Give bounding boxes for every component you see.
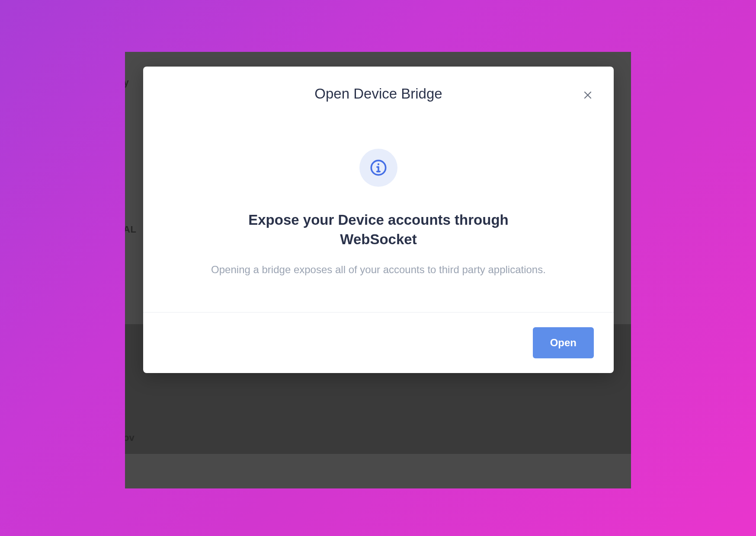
app-window: ry AL ov Open Device Bridge (125, 52, 631, 488)
modal-heading: Expose your Device accounts through WebS… (214, 211, 543, 249)
bg-text-fragment: ry (125, 77, 129, 88)
info-badge (359, 149, 397, 187)
modal-body: Expose your Device accounts through WebS… (143, 114, 614, 312)
modal-title: Open Device Bridge (314, 86, 442, 102)
close-icon (583, 90, 593, 100)
bg-text-fragment: ov (125, 432, 135, 443)
modal-footer: Open (143, 312, 614, 373)
bg-text-fragment: AL (125, 224, 136, 235)
modal-header: Open Device Bridge (143, 67, 614, 114)
close-button[interactable] (581, 88, 595, 102)
svg-point-3 (378, 163, 379, 165)
modal-description: Opening a bridge exposes all of your acc… (211, 262, 546, 278)
info-icon (370, 159, 387, 176)
device-bridge-modal: Open Device Bridge Expose your Device ac… (143, 67, 614, 373)
open-button[interactable]: Open (533, 327, 594, 358)
